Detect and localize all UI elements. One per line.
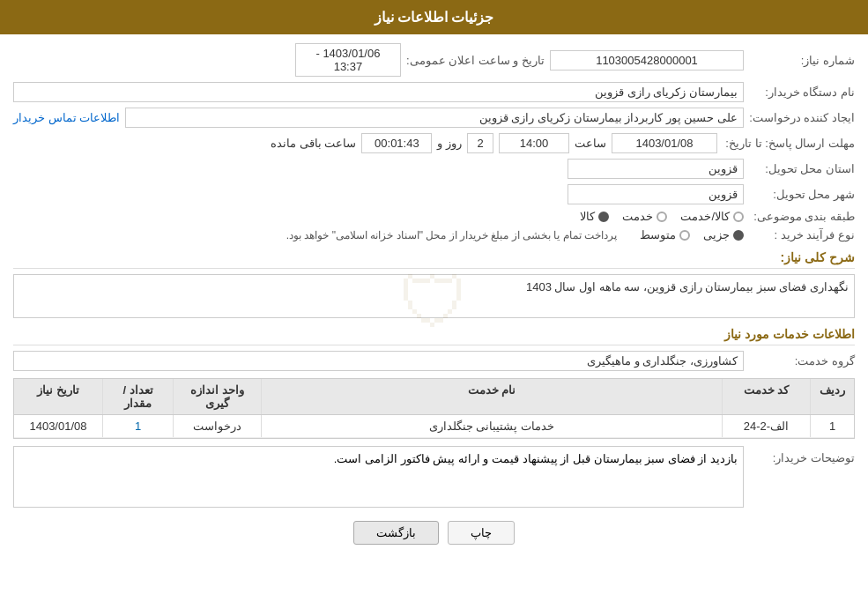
noee-jozii-label: جزیی <box>703 228 730 241</box>
group-value: کشاورزی، جنگلداری و ماهیگیری <box>13 351 744 371</box>
col-name-header: نام خدمت <box>261 379 722 414</box>
etela-link[interactable]: اطلاعات تماس خریدار <box>13 111 120 124</box>
cell-code-1: الف-2-24 <box>722 415 810 437</box>
ijad-row: ایجاد کننده درخواست: علی حسین پور کاربرد… <box>13 108 855 128</box>
shomara-niyaz-value: 1103005428000001 <box>550 50 744 71</box>
print-button[interactable]: چاپ <box>448 521 515 545</box>
tabaqe-row: طبقه بندی موضوعی: کالا/خدمت خدمت کالا <box>13 210 855 223</box>
nam-dastgah-row: نام دستگاه خریدار: بیمارستان زکریای رازی… <box>13 82 855 102</box>
mohlat-roz-value: 2 <box>467 133 493 153</box>
mohlat-label: مهلت ارسال پاسخ: تا تاریخ: <box>723 137 855 150</box>
shomara-niyaz-label: شماره نیاز: <box>749 54 855 67</box>
shahr-label: شهر محل تحویل: <box>749 188 855 201</box>
tarikh-value: 1403/01/06 - 13:37 <box>295 43 401 77</box>
group-label: گروه خدمت: <box>749 354 855 368</box>
cell-name-1: خدمات پشتیبانی جنگلداری <box>261 415 722 437</box>
nam-dastgah-value: بیمارستان زکریای رازی قزوین <box>13 82 744 102</box>
col-unit-header: واحد اندازه گیری <box>173 379 261 414</box>
radio-motevaset-circle <box>679 230 690 241</box>
group-row: گروه خدمت: کشاورزی، جنگلداری و ماهیگیری <box>13 351 855 371</box>
tabaqe-kala-label: کالا <box>580 210 595 223</box>
ostan-value: قزوین <box>568 159 744 179</box>
cell-radif-1: 1 <box>810 415 854 437</box>
radio-kala: کالا <box>580 210 609 223</box>
radio-jozii-circle <box>733 230 744 241</box>
back-button[interactable]: بازگشت <box>353 521 439 545</box>
tabaqe-khadamat-label: خدمت <box>622 210 653 223</box>
mohlat-saat-label: ساعت باقی مانده <box>271 137 356 150</box>
noee-label: نوع فرآیند خرید : <box>749 228 855 241</box>
sharh-section-title: شرح کلی نیاز: <box>13 250 855 269</box>
ostan-label: استان محل تحویل: <box>749 162 855 175</box>
mohlat-date: 1403/01/08 <box>612 133 717 153</box>
buyer-desc-textarea[interactable] <box>13 446 744 508</box>
table-row: 1 الف-2-24 خدمات پشتیبانی جنگلداری درخوا… <box>14 415 854 438</box>
radio-khadamat-circle <box>657 212 667 222</box>
radio-motevaset: متوسط <box>640 228 690 241</box>
cell-date-1: 1403/01/08 <box>14 415 102 437</box>
radio-jozii: جزیی <box>703 228 744 241</box>
page-title: جزئیات اطلاعات نیاز <box>375 10 494 25</box>
table-header-row: ردیف کد خدمت نام خدمت واحد اندازه گیری ت… <box>14 379 854 415</box>
noee-motevaset-label: متوسط <box>640 228 676 241</box>
services-section-title: اطلاعات خدمات مورد نیاز <box>13 327 855 345</box>
shomara-row: شماره نیاز: 1103005428000001 تاریخ و ساع… <box>13 43 855 77</box>
buyer-desc-row: توضیحات خریدار: <box>13 446 855 508</box>
cell-qty-1: 1 <box>102 415 173 437</box>
mohlat-roz-label: روز و <box>437 137 462 150</box>
buyer-desc-label: توضیحات خریدار: <box>749 446 855 464</box>
mohlat-time-value: 14:00 <box>499 133 569 153</box>
page-header: جزئیات اطلاعات نیاز <box>0 0 868 34</box>
col-radif-header: ردیف <box>810 379 854 414</box>
ijad-value: علی حسین پور کاربرداز بیمارستان زکریای ر… <box>125 108 744 128</box>
noee-notice: پرداخت تمام یا بخشی از مبلغ خریدار از مح… <box>286 229 617 241</box>
services-title-text: اطلاعات خدمات مورد نیاز <box>724 327 855 341</box>
cell-unit-1: درخواست <box>173 415 261 437</box>
tarikh-label: تاریخ و ساعت اعلان عمومی: <box>406 54 545 67</box>
col-date-header: تاریخ نیاز <box>14 379 102 414</box>
ijad-label: ایجاد کننده درخواست: <box>749 111 855 124</box>
ostan-row: استان محل تحویل: قزوین <box>13 159 855 179</box>
tabaqe-radio-group: کالا/خدمت خدمت کالا <box>580 210 744 223</box>
button-row: چاپ بازگشت <box>13 521 855 562</box>
nam-dastgah-label: نام دستگاه خریدار: <box>749 85 855 99</box>
mohlat-saat-value: 00:01:43 <box>361 133 432 153</box>
services-table: ردیف کد خدمت نام خدمت واحد اندازه گیری ت… <box>13 378 855 439</box>
radio-kala-circle <box>598 212 609 222</box>
radio-kala-khadamat: کالا/خدمت <box>680 210 744 223</box>
mohlat-time-label: ساعت <box>575 137 606 150</box>
mohlat-row: مهلت ارسال پاسخ: تا تاریخ: 1403/01/08 سا… <box>13 133 855 153</box>
sharh-value: نگهداری فضای سبز بیمارستان رازی قزوین، س… <box>13 274 855 318</box>
col-code-header: کد خدمت <box>722 379 810 414</box>
sharh-row: نگهداری فضای سبز بیمارستان رازی قزوین، س… <box>13 274 855 318</box>
sharh-label: شرح کلی نیاز: <box>781 250 855 264</box>
shahr-value: قزوین <box>568 184 744 204</box>
shahr-row: شهر محل تحویل: قزوین <box>13 184 855 204</box>
noee-radio-group: جزیی متوسط <box>640 228 744 241</box>
radio-kala-khadamat-circle <box>733 212 744 222</box>
tabaqe-kala-khadamat-label: کالا/خدمت <box>680 210 730 223</box>
noee-row: نوع فرآیند خرید : جزیی متوسط پرداخت تمام… <box>13 228 855 241</box>
col-qty-header: تعداد / مقدار <box>102 379 173 414</box>
tabaqe-label: طبقه بندی موضوعی: <box>749 210 855 223</box>
radio-khadamat: خدمت <box>622 210 667 223</box>
